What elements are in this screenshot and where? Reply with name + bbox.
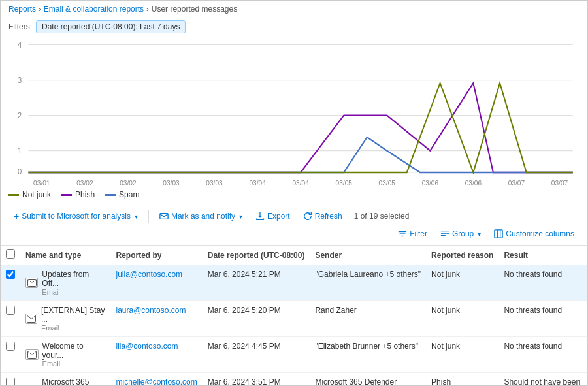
refresh-button[interactable]: Refresh	[298, 209, 348, 223]
row-sender: Microsoft 365 Defender	[310, 373, 426, 387]
select-all-checkbox[interactable]	[6, 249, 15, 259]
toolbar: + Submit to Microsoft for analysis ▾ Mar…	[1, 204, 587, 246]
header-checkbox[interactable]	[1, 246, 20, 265]
svg-text:0: 0	[18, 167, 22, 177]
row-reason: Not junk	[426, 265, 498, 301]
row-reported-by: julia@contoso.com	[111, 265, 203, 301]
legend-swatch-spam	[105, 194, 116, 196]
svg-text:03/04: 03/04	[292, 178, 308, 187]
refresh-icon	[303, 212, 312, 221]
table-row: Microsoft 365 De... Email michelle@conto…	[1, 373, 587, 387]
columns-icon	[494, 229, 503, 238]
legend-phish: Phish	[61, 190, 95, 199]
messages-table: Name and type Reported by Date reported …	[1, 246, 587, 386]
row-result: Should not have been blocked	[498, 373, 587, 387]
row-checkbox-cell[interactable]	[1, 373, 20, 387]
row-name: Updates from Off...	[42, 270, 105, 288]
svg-text:2: 2	[18, 111, 22, 121]
breadcrumb: Reports › Email & collaboration reports …	[1, 1, 587, 18]
chart-svg: 4 3 2 1 0 03/01 03/02 03/02 03/03 03/03 …	[8, 37, 580, 187]
header-date: Date reported (UTC-08:00)	[203, 246, 310, 265]
legend-swatch-phish	[61, 194, 72, 196]
legend-not-junk: Not junk	[8, 190, 51, 199]
filter-icon	[398, 229, 407, 238]
group-icon	[440, 229, 449, 238]
row-result: No threats found	[498, 301, 587, 337]
svg-text:03/02: 03/02	[76, 178, 93, 187]
export-icon	[255, 212, 265, 221]
row-checkbox[interactable]	[6, 306, 15, 315]
legend-label-spam: Spam	[119, 190, 139, 199]
table-wrap: Name and type Reported by Date reported …	[1, 246, 587, 386]
row-name-cell: Updates from Off... Email	[20, 265, 111, 301]
filters-label: Filters:	[8, 22, 32, 31]
svg-text:4: 4	[18, 40, 22, 50]
header-reported-by: Reported by	[111, 246, 203, 265]
svg-text:03/06: 03/06	[465, 178, 482, 187]
header-name: Name and type	[20, 246, 111, 265]
row-reason: Phish	[426, 373, 498, 387]
selection-count: 1 of 19 selected	[354, 212, 410, 221]
row-reason: Not junk	[426, 337, 498, 373]
header-result: Result	[498, 246, 587, 265]
mark-label: Mark as and notify	[171, 212, 235, 221]
row-result: No threats found	[498, 337, 587, 373]
svg-text:03/07: 03/07	[551, 178, 568, 187]
email-icon	[25, 278, 38, 288]
submit-chevron: ▾	[135, 213, 138, 220]
row-checkbox[interactable]	[6, 270, 15, 279]
header-reason: Reported reason	[426, 246, 498, 265]
breadcrumb-sep-2: ›	[146, 5, 149, 13]
row-result: No threats found	[498, 265, 587, 301]
svg-text:03/07: 03/07	[508, 178, 525, 187]
legend-label-not-junk: Not junk	[22, 190, 51, 199]
table-row: Welcome to your... Email lila@contoso.co…	[1, 337, 587, 373]
svg-text:3: 3	[18, 75, 22, 85]
row-reported-by: laura@contoso.com	[111, 301, 203, 337]
row-date: Mar 6, 2024 5:20 PM	[203, 301, 310, 337]
toolbar-right: Filter Group ▾ Customize columns	[393, 227, 580, 241]
row-sender: "Gabriela Laureano +5 others"	[310, 265, 426, 301]
breadcrumb-current: User reported messages	[152, 5, 237, 14]
row-type: Email	[42, 288, 105, 296]
breadcrumb-reports[interactable]: Reports	[8, 5, 36, 14]
export-button[interactable]: Export	[250, 209, 295, 223]
svg-text:03/01: 03/01	[33, 178, 50, 187]
mark-button[interactable]: Mark as and notify ▾	[154, 209, 248, 223]
breadcrumb-email-reports[interactable]: Email & collaboration reports	[44, 5, 144, 14]
svg-text:03/05: 03/05	[379, 178, 395, 187]
submit-label: Submit to Microsoft for analysis	[22, 212, 131, 221]
row-reported-by: lila@contoso.com	[111, 337, 203, 373]
date-filter-tag[interactable]: Date reported (UTC-08:00): Last 7 days	[36, 20, 186, 33]
legend: Not junk Phish Spam	[1, 187, 587, 204]
row-date: Mar 6, 2024 5:21 PM	[203, 265, 310, 301]
group-label: Group	[452, 229, 474, 238]
svg-text:03/06: 03/06	[422, 178, 438, 187]
svg-text:03/02: 03/02	[120, 178, 136, 187]
row-name-cell: [EXTERNAL] Stay ... Email	[20, 301, 111, 337]
plus-icon: +	[14, 211, 19, 221]
submit-button[interactable]: + Submit to Microsoft for analysis ▾	[8, 208, 143, 224]
export-label: Export	[267, 212, 290, 221]
row-checkbox[interactable]	[6, 342, 15, 351]
row-name: [EXTERNAL] Stay ...	[41, 306, 105, 324]
legend-spam: Spam	[105, 190, 139, 199]
row-checkbox-cell[interactable]	[1, 337, 20, 373]
email-icon	[25, 349, 39, 360]
mark-icon	[159, 212, 169, 221]
row-checkbox-cell[interactable]	[1, 301, 20, 337]
svg-text:03/04: 03/04	[249, 178, 265, 187]
toolbar-sep-1	[148, 210, 149, 223]
table-row: [EXTERNAL] Stay ... Email laura@contoso.…	[1, 301, 587, 337]
row-checkbox-cell[interactable]	[1, 265, 20, 301]
row-name-cell: Welcome to your... Email	[20, 337, 111, 373]
row-reason: Not junk	[426, 301, 498, 337]
table-row: Updates from Off... Email julia@contoso.…	[1, 265, 587, 301]
row-checkbox[interactable]	[6, 378, 15, 386]
row-sender: Rand Zaher	[310, 301, 426, 337]
customize-columns-button[interactable]: Customize columns	[489, 227, 580, 241]
row-name: Welcome to your...	[42, 342, 106, 360]
filter-button[interactable]: Filter	[393, 227, 433, 241]
svg-rect-30	[495, 230, 502, 238]
group-button[interactable]: Group ▾	[435, 227, 486, 241]
